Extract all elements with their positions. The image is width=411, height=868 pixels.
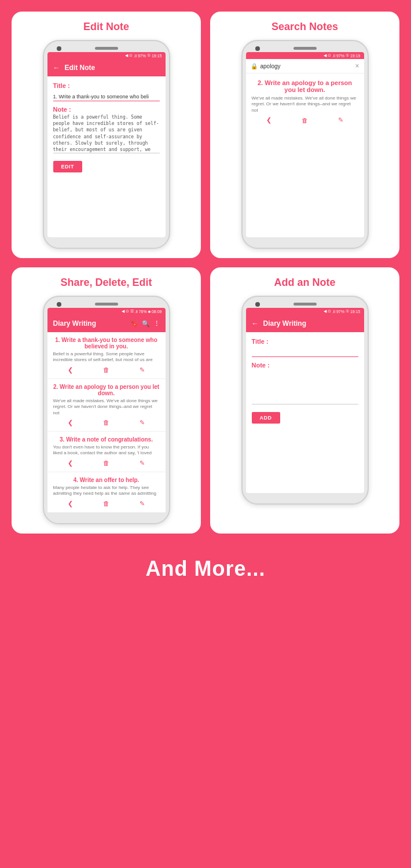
network-icon-4: .ll [332,310,335,314]
network-icon: .ll [134,54,137,58]
speaker-bar-3 [95,303,118,306]
add-button[interactable]: ADD [252,412,280,424]
camera-dot-2 [255,46,260,51]
menu-icon[interactable]: ⋮ [153,320,160,328]
list-screen: ◀ ⊙ ☰ .ll 76% ■ 08:09 Diary Writing 🔖 🔍 [47,308,166,513]
note-share-0[interactable]: ❮ [68,366,73,374]
note-delete-2[interactable]: 🗑 [103,459,109,466]
battery-pct-4: 97% [336,310,344,314]
edit-note-content: Title : Note : EDIT [47,76,166,178]
status-icons: ◀ ⊙ .ll 97% ① 19:15 [125,53,162,58]
share-delete-edit-title: Share, Delete, Edit [60,277,152,289]
search-result: 2. Write an apology to a person you let … [246,73,364,130]
battery-icon-4: ① [346,309,349,314]
add-note-phone: ◀ ⊙ .ll 97% ① 19:15 ← Diary Writing Titl… [241,296,369,505]
list-item: 4. Write an offer to help. Many people h… [47,472,166,513]
speaker-bar [95,47,118,50]
wifi-icon-2: ⊙ [328,53,331,58]
note-title-3: 4. Write an offer to help. [53,477,160,483]
speaker-bar-4 [293,303,317,306]
note-delete-1[interactable]: 🗑 [103,419,109,426]
note-title-1: 2. Write an apology to a person you let … [53,384,160,396]
share-icon[interactable]: ❮ [266,116,271,124]
status-bar: ◀ ⊙ .ll 97% ① 19:15 [47,52,166,59]
search-notes-card: Search Notes ◀ ⊙ .ll 97% ① 19:19 [210,12,399,258]
phone-top-bar-3 [47,303,166,306]
add-note-content: Title : Note : ADD [246,332,364,429]
result-body: We've all made mistakes. We've all done … [252,95,358,113]
note-edit-3[interactable]: ✎ [140,500,145,507]
note-delete-3[interactable]: 🗑 [103,500,109,507]
network-icon-2: .ll [332,54,335,58]
title-input[interactable] [53,93,160,101]
phone-top-bar [47,47,166,50]
speaker-bar-2 [293,47,317,50]
top-grid: Edit Note ◀ ⊙ .ll 97% ① 19:15 [12,12,399,258]
wifi-icon: ⊙ [129,53,133,58]
note-body-0: Belief is a powerful thing. Some people … [53,351,160,363]
edit-note-phone: ◀ ⊙ .ll 97% ① 19:15 ← Edit Note Title : … [43,40,170,249]
battery-pct-3: .ll [135,310,138,314]
result-title: 2. Write an apology to a person you let … [252,79,358,93]
edit-button[interactable]: EDIT [53,161,83,172]
note-actions-2: ❮ 🗑 ✎ [53,459,160,467]
bottom-grid: Share, Delete, Edit ◀ ⊙ ☰ .ll 76% ■ 08:0… [12,267,399,534]
note-edit-0[interactable]: ✎ [140,366,145,374]
note-edit-2[interactable]: ✎ [140,459,145,467]
note-actions-0: ❮ 🗑 ✎ [53,366,160,374]
add-back-button[interactable]: ← [252,319,259,328]
add-note-app-bar: ← Diary Writing [246,315,364,332]
note-share-1[interactable]: ❮ [68,419,73,426]
and-more-text: And More... [146,557,266,581]
search-notes-title: Search Notes [271,21,338,33]
list-item: 1. Write a thank-you to someone who beli… [47,332,166,379]
search-notes-screen: ◀ ⊙ .ll 97% ① 19:19 🔒 × 2. Write an apol… [246,52,364,237]
notes-list: 1. Write a thank-you to someone who beli… [47,332,166,513]
note-actions-1: ❮ 🗑 ✎ [53,419,160,426]
list-item: 3. Write a note of congratulations. You … [47,432,166,472]
back-button[interactable]: ← [53,64,60,72]
note-title-2: 3. Write a note of congratulations. [53,436,160,443]
status-bar-2: ◀ ⊙ .ll 97% ① 19:19 [246,52,364,59]
search-input[interactable] [260,63,353,69]
wifi-icon-4: ⊙ [328,309,331,314]
battery-lvl-3: 76% [139,310,147,314]
camera-dot-3 [57,302,61,307]
add-app-bar-title: Diary Writing [263,319,358,328]
search-bar: 🔒 × [246,59,364,73]
search-icon-bar[interactable]: 🔍 [142,320,150,328]
battery-icon-3: ■ [148,310,151,314]
add-note-screen: ◀ ⊙ .ll 97% ① 19:15 ← Diary Writing Titl… [246,308,364,493]
note-delete-0[interactable]: 🗑 [103,366,109,373]
add-title-input[interactable] [252,348,358,357]
add-note-title: Add an Note [274,277,336,289]
time-4: 19:15 [350,310,361,314]
note-edit-1[interactable]: ✎ [140,419,145,426]
list-app-bar-title: Diary Writing [53,319,126,328]
app-bar-icons: 🔖 🔍 ⋮ [130,320,160,328]
note-body-2: You don't even have to know the person. … [53,444,160,457]
title-label: Title : [53,82,160,89]
close-button[interactable]: × [355,62,359,70]
battery-icon-2: ① [346,53,349,58]
battery-icon: ① [147,53,151,58]
edit-note-app-bar: ← Edit Note [47,59,166,76]
note-label: Note : [53,106,160,113]
note-body-1: We've all made mistakes. We've all done … [53,398,160,416]
status-bar-3: ◀ ⊙ ☰ .ll 76% ■ 08:09 [47,308,166,315]
signal-icon-4: ◀ [324,309,326,314]
signal-icon-2: ◀ [324,53,326,58]
delete-icon[interactable]: 🗑 [302,117,308,124]
list-app-bar: Diary Writing 🔖 🔍 ⋮ [47,315,166,332]
note-title-0: 1. Write a thank-you to someone who beli… [53,337,160,350]
edit-icon[interactable]: ✎ [338,116,343,124]
camera-dot-4 [255,302,260,307]
add-note-textarea[interactable] [252,370,358,404]
app-bar-title: Edit Note [65,64,160,72]
wifi-icon-3: ⊙ [126,309,129,314]
list-item: 2. Write an apology to a person you let … [47,379,166,432]
note-share-2[interactable]: ❮ [68,459,73,467]
edit-note-screen: ◀ ⊙ .ll 97% ① 19:15 ← Edit Note Title : … [47,52,166,237]
note-share-3[interactable]: ❮ [68,500,73,507]
note-textarea[interactable] [53,114,160,153]
